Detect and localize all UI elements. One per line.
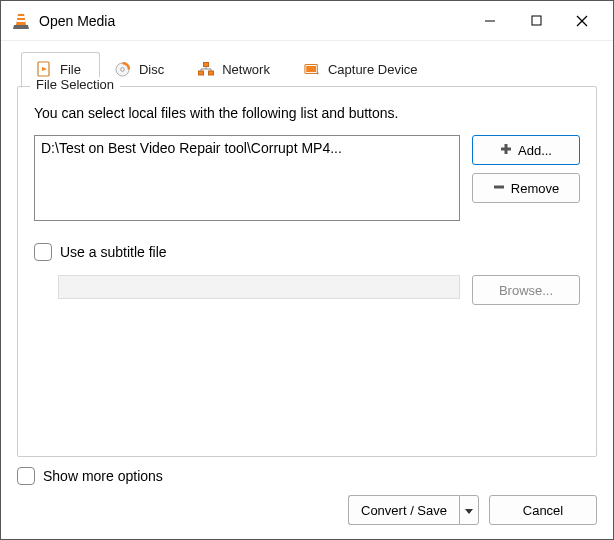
- tab-label: Network: [222, 62, 270, 77]
- convert-save-label: Convert / Save: [361, 503, 447, 518]
- subtitle-path-input: [58, 275, 460, 299]
- close-button[interactable]: [559, 5, 605, 37]
- subtitle-checkbox-label: Use a subtitle file: [60, 244, 167, 260]
- svg-rect-1: [17, 20, 26, 22]
- capture-icon: [304, 61, 320, 77]
- more-options-label: Show more options: [43, 468, 163, 484]
- convert-save-dropdown[interactable]: [459, 495, 479, 525]
- svg-rect-9: [204, 63, 209, 67]
- tab-label: Disc: [139, 62, 164, 77]
- plus-icon: [500, 143, 512, 158]
- subtitle-checkbox[interactable]: [34, 243, 52, 261]
- file-list[interactable]: D:\Test on Best Video Repair tool\Corrup…: [34, 135, 460, 221]
- convert-save-button[interactable]: Convert / Save: [348, 495, 479, 525]
- file-icon: [36, 61, 52, 77]
- remove-button-label: Remove: [511, 181, 559, 196]
- file-selection-legend: File Selection: [30, 77, 120, 92]
- network-icon: [198, 61, 214, 77]
- svg-rect-0: [17, 16, 25, 18]
- tab-label: File: [60, 62, 81, 77]
- more-options-checkbox[interactable]: [17, 467, 35, 485]
- svg-point-8: [121, 67, 125, 71]
- maximize-button[interactable]: [513, 5, 559, 37]
- svg-rect-13: [306, 66, 316, 72]
- add-button-label: Add...: [518, 143, 552, 158]
- minus-icon: [493, 181, 505, 196]
- titlebar: Open Media: [1, 1, 613, 41]
- browse-button-label: Browse...: [499, 283, 553, 298]
- svg-point-14: [317, 73, 319, 75]
- tab-label: Capture Device: [328, 62, 418, 77]
- svg-rect-10: [199, 71, 204, 75]
- remove-button[interactable]: Remove: [472, 173, 580, 203]
- tab-network[interactable]: Network: [183, 52, 289, 88]
- file-list-item[interactable]: D:\Test on Best Video Repair tool\Corrup…: [41, 140, 453, 156]
- cancel-button[interactable]: Cancel: [489, 495, 597, 525]
- browse-button: Browse...: [472, 275, 580, 305]
- open-media-window: Open Media File Disc: [0, 0, 614, 540]
- svg-rect-11: [209, 71, 214, 75]
- tab-capture-device[interactable]: Capture Device: [289, 52, 437, 88]
- chevron-down-icon: [465, 503, 473, 518]
- add-button[interactable]: Add...: [472, 135, 580, 165]
- window-title: Open Media: [39, 13, 115, 29]
- svg-rect-3: [532, 16, 541, 25]
- minimize-button[interactable]: [467, 5, 513, 37]
- cancel-label: Cancel: [523, 503, 563, 518]
- vlc-icon: [9, 12, 33, 30]
- footer: Show more options Convert / Save Cancel: [1, 457, 613, 539]
- file-selection-group: File Selection You can select local file…: [17, 86, 597, 457]
- file-selection-help: You can select local files with the foll…: [34, 105, 580, 121]
- disc-icon: [115, 61, 131, 77]
